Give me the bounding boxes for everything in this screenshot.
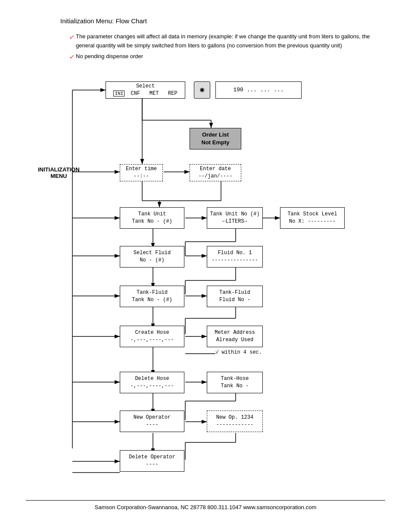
create-hose-box: Create Hose-,---,----,--- (120, 326, 184, 347)
new-operator-box: New Operator---- (120, 411, 184, 432)
delete-hose-label: Delete Hose-,---,----,--- (131, 375, 174, 390)
note-text-2: No pending dispense order (76, 52, 143, 61)
notes-section: ✓ The parameter changes will affect all … (69, 32, 385, 62)
footer: Samson Corporation-Swannanoa, NC 28778 8… (26, 500, 385, 510)
tank-fluid-box: Tank-FluidTank No - (#) (120, 286, 184, 307)
tank-hose-label: Tank-HoseTank No - (221, 375, 249, 390)
note-text-1: The parameter changes will affect all da… (76, 32, 385, 50)
delete-hose-box: Delete Hose-,---,----,--- (120, 372, 184, 393)
enter-date-label: Enter date--/jan/---- (198, 165, 232, 180)
select-box-label: Select INI CNF MET REP (113, 83, 177, 97)
flowchart: Select INI CNF MET REP ◉ 190 ... ... ...… (26, 74, 385, 496)
page-title: Initialization Menu: Flow Chart (60, 17, 385, 25)
create-hose-label: Create Hose-,---,----,--- (131, 329, 174, 344)
display-value: 190 ... ... ... (233, 86, 283, 94)
display-icon: ◉ (200, 85, 204, 95)
tank-fluid-label: Tank-FluidTank No - (#) (132, 289, 172, 304)
new-op-box: New Op. 1234------------ (207, 411, 263, 432)
display-icon-box: ◉ (194, 81, 210, 99)
new-op-label: New Op. 1234------------ (216, 414, 253, 429)
meter-address-label: Meter AddressAlready Used (215, 329, 255, 344)
note-item-2: ✓ No pending dispense order (69, 52, 385, 62)
tank-fluid-right-box: Tank-FluidFluid No - (207, 286, 263, 307)
enter-date-box: Enter date--/jan/---- (190, 164, 241, 181)
order-list-box: Order ListNot Empty (190, 128, 241, 149)
enter-time-box: Enter time--:-- (120, 164, 163, 181)
select-fluid-box: Select FluidNo - (#) (120, 246, 184, 268)
select-fluid-label: Select FluidNo - (#) (134, 249, 171, 264)
display-value-box: 190 ... ... ... (215, 81, 302, 99)
fluid-no-box: Fluid No. 1--------------- (207, 246, 263, 268)
enter-time-label: Enter time--:-- (126, 165, 157, 180)
select-box: Select INI CNF MET REP (106, 81, 185, 99)
tank-fluid-right-label: Tank-FluidFluid No - (219, 289, 250, 304)
checkmark-icon-2: ✓ (69, 52, 74, 62)
checkmark-icon-1: ✓ (69, 32, 74, 42)
init-line1: INITIALIZATIONMENU (38, 166, 80, 179)
initialization-label: INITIALIZATIONMENU (38, 166, 80, 179)
tank-stock-label: Tank Stock LevelNo X: --------- (287, 211, 337, 225)
tank-unit-box: Tank UnitTank No - (#) (120, 207, 184, 229)
meter-address-box: Meter AddressAlready Used (207, 326, 263, 347)
delete-operator-label: Delete Operator---- (129, 454, 175, 468)
delete-operator-box: Delete Operator---- (120, 450, 184, 472)
note-item-1: ✓ The parameter changes will affect all … (69, 32, 385, 50)
order-list-label: Order ListNot Empty (202, 131, 230, 146)
tank-hose-box: Tank-HoseTank No - (207, 372, 263, 393)
within-4sec-label: √ within 4 sec. (215, 349, 262, 355)
fluid-no-label: Fluid No. 1--------------- (212, 249, 258, 264)
page-container: Initialization Menu: Flow Chart ✓ The pa… (0, 0, 411, 532)
new-operator-label: New Operator---- (134, 414, 171, 429)
tank-stock-box: Tank Stock LevelNo X: --------- (280, 207, 345, 229)
tank-unit-no-box: Tank Unit No (#)←LITERS→ (207, 207, 263, 229)
tank-unit-no-label: Tank Unit No (#)←LITERS→ (210, 211, 259, 225)
tank-unit-label: Tank UnitTank No - (#) (132, 211, 172, 225)
